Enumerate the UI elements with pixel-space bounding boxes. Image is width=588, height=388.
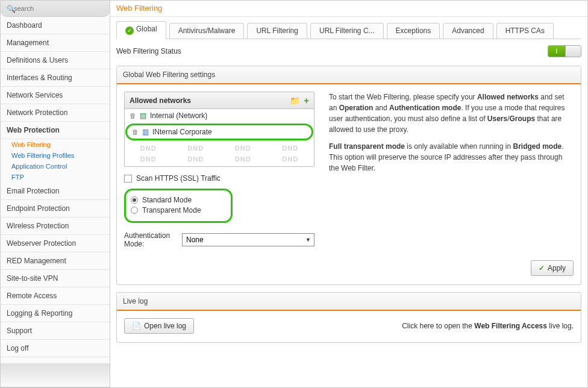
network-label: Internal (Network) xyxy=(150,111,207,120)
radio-transparent-mode[interactable] xyxy=(131,207,138,214)
nav-email-protection[interactable]: Email Protection xyxy=(1,183,110,200)
allowed-networks-title: Allowed networks xyxy=(130,96,191,105)
nav-endpoint-protection[interactable]: Endpoint Protection xyxy=(1,200,110,217)
tab-antivirus[interactable]: Antivirus/Malware xyxy=(169,23,245,39)
panel-heading-livelog: Live log xyxy=(117,293,581,311)
auth-mode-label: Authentication Mode: xyxy=(124,231,175,248)
nav-network-protection[interactable]: Network Protection xyxy=(1,104,110,122)
add-icon[interactable]: + xyxy=(304,95,309,105)
tab-advanced[interactable]: Advanced xyxy=(443,23,493,39)
tab-https-cas[interactable]: HTTPS CAs xyxy=(496,23,554,39)
nav-wireless-protection[interactable]: Wireless Protection xyxy=(1,217,110,235)
scan-https-checkbox[interactable] xyxy=(124,175,132,183)
radio-transparent-label: Transparent Mode xyxy=(142,206,201,214)
checkmark-icon: ✓ xyxy=(539,264,545,272)
tab-exceptions[interactable]: Exceptions xyxy=(387,23,440,39)
nav-sub-application-control[interactable]: Application Control xyxy=(1,161,110,172)
trash-icon[interactable] xyxy=(130,111,136,120)
apply-label: Apply xyxy=(548,264,566,272)
network-group-icon xyxy=(140,111,146,120)
apply-button[interactable]: ✓ Apply xyxy=(531,260,574,276)
tab-global[interactable]: ✓Global xyxy=(116,21,166,39)
page-title: Web Filtering xyxy=(110,1,587,17)
open-live-log-button[interactable]: 📄 Open live log xyxy=(124,318,194,334)
document-icon: 📄 xyxy=(132,322,141,330)
status-label: Web Filtering Status xyxy=(116,47,181,55)
nav-sub-web-filtering-profiles[interactable]: Web Filtering Profiles xyxy=(1,150,110,161)
nav-web-protection[interactable]: Web Protection xyxy=(1,122,110,139)
dnd-placeholder: DNDDNDDNDDND xyxy=(125,155,314,166)
nav-definitions-users[interactable]: Definitions & Users xyxy=(1,52,110,69)
toggle-on-label: I xyxy=(548,46,565,57)
mode-selection: Standard Mode Transparent Mode xyxy=(124,189,233,223)
radio-standard-mode[interactable] xyxy=(131,196,138,204)
nav-interfaces-routing[interactable]: Interfaces & Routing xyxy=(1,69,110,87)
nav-red-management[interactable]: RED Management xyxy=(1,252,110,270)
network-row-highlighted[interactable]: INternal Corporate xyxy=(125,124,313,140)
tab-label: Global xyxy=(136,25,157,33)
nav-management[interactable]: Management xyxy=(1,34,110,52)
sidebar-footer xyxy=(1,363,110,387)
status-toggle[interactable]: I xyxy=(548,45,581,57)
trash-icon[interactable] xyxy=(132,128,139,136)
panel-heading-global: Global Web Filtering settings xyxy=(117,66,581,84)
network-host-icon xyxy=(142,128,149,136)
toggle-knob xyxy=(565,46,581,57)
check-icon: ✓ xyxy=(125,27,134,35)
help-text: To start the Web Filtering, please speci… xyxy=(329,92,574,248)
live-log-hint: Click here to open the Web Filtering Acc… xyxy=(402,322,574,330)
nav-support[interactable]: Support xyxy=(1,322,110,340)
nav-webserver-protection[interactable]: Webserver Protection xyxy=(1,235,110,252)
open-live-log-label: Open live log xyxy=(144,322,186,330)
radio-standard-label: Standard Mode xyxy=(142,196,192,204)
dnd-placeholder: DNDDNDDNDDND xyxy=(125,141,314,155)
nav-site-to-site-vpn[interactable]: Site-to-site VPN xyxy=(1,270,110,287)
nav-sub-web-filtering[interactable]: Web Filtering xyxy=(1,139,110,150)
auth-mode-select[interactable]: None xyxy=(182,233,314,246)
nav-logoff[interactable]: Log off xyxy=(1,340,110,357)
nav-network-services[interactable]: Network Services xyxy=(1,87,110,104)
search-icon: 🔍 xyxy=(7,5,16,13)
nav-sub-ftp[interactable]: FTP xyxy=(1,172,110,183)
nav-remote-access[interactable]: Remote Access xyxy=(1,287,110,305)
network-row[interactable]: Internal (Network) xyxy=(125,109,314,123)
network-label: INternal Corporate xyxy=(152,128,212,136)
search-input[interactable] xyxy=(4,3,106,14)
scan-https-label: Scan HTTPS (SSL) Traffic xyxy=(136,174,220,183)
nav-dashboard[interactable]: Dashboard xyxy=(1,17,110,34)
nav-logging-reporting[interactable]: Logging & Reporting xyxy=(1,305,110,322)
folder-icon[interactable]: 📁 xyxy=(290,96,300,105)
allowed-networks-box: Allowed networks 📁 + xyxy=(124,92,314,167)
tab-url-filtering[interactable]: URL Filtering xyxy=(247,23,307,39)
tab-url-filtering-c[interactable]: URL Filtering C... xyxy=(310,23,384,39)
